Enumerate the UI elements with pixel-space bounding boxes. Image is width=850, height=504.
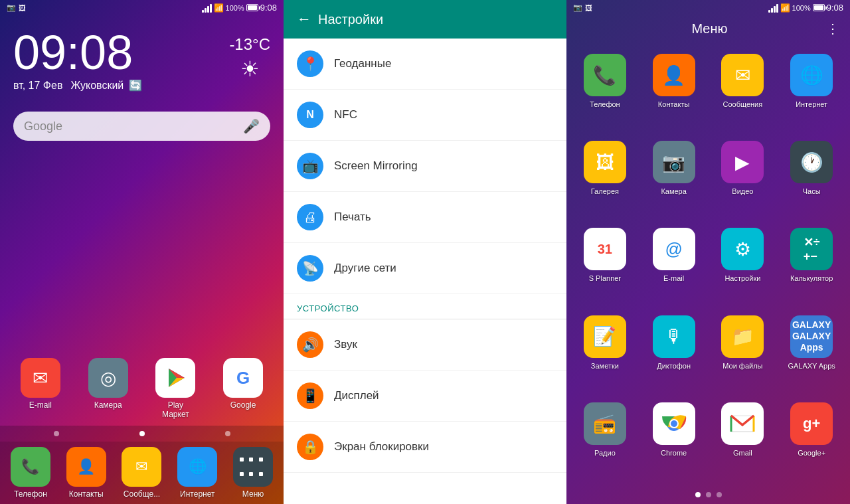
camera-icon-img: ◎ xyxy=(88,358,128,398)
grid-notes-icon: 📝 xyxy=(584,315,626,358)
grid-app-internet[interactable]: 🌐 Интернет xyxy=(778,47,845,131)
main-clock: 09:08 xyxy=(13,29,142,76)
dock-messages[interactable]: ✉ Сообще... xyxy=(122,447,161,499)
grid-gmail-icon xyxy=(721,402,764,445)
dock-phone-label: Телефон xyxy=(14,489,47,499)
grid-app-email[interactable]: @ E-mail xyxy=(641,221,707,305)
networks-icon: 📡 xyxy=(297,255,323,282)
grid-app-googleplus[interactable]: g+ Google+ xyxy=(778,396,845,480)
dock-internet-icon: 🌐 xyxy=(177,447,217,487)
notif-icon-p3: 📷 xyxy=(573,3,582,12)
grid-app-recorder[interactable]: 🎙 Диктофон xyxy=(641,309,707,393)
dock-menu-label: Меню xyxy=(242,489,264,499)
grid-email-icon: @ xyxy=(653,228,695,270)
grid-recorder-icon: 🎙 xyxy=(653,315,695,358)
dock-contacts[interactable]: 👤 Контакты xyxy=(66,447,106,499)
grid-app-myfiles[interactable]: 📁 Мои файлы xyxy=(710,309,776,393)
dock-contacts-icon: 👤 xyxy=(66,447,106,487)
dock-phone[interactable]: 📞 Телефон xyxy=(11,447,50,499)
app-play[interactable]: PlayМаркет xyxy=(155,358,195,419)
settings-item-nfc[interactable]: N NFC xyxy=(284,90,566,141)
dock-menu-icon xyxy=(233,447,273,487)
status-bar-panel3: 📷 🖼 📶 100% 9:08 xyxy=(566,0,850,15)
battery-pct: 100% xyxy=(226,4,244,12)
page-indicator xyxy=(566,485,850,504)
refresh-icon[interactable]: 🔄 xyxy=(129,79,142,92)
settings-item-mirroring[interactable]: 📺 Screen Mirroring xyxy=(284,141,566,192)
settings-item-lockscreen[interactable]: 🔒 Экран блокировки xyxy=(284,422,566,473)
section-device: УСТРОЙСТВО xyxy=(284,294,566,319)
app-camera-label: Камера xyxy=(94,400,122,410)
settings-item-print[interactable]: 🖨 Печать xyxy=(284,192,566,243)
nav-dots-bar xyxy=(0,426,284,442)
lockscreen-label: Экран блокировки xyxy=(334,440,429,454)
networks-label: Другие сети xyxy=(334,262,396,275)
grid-messages-label: Сообщения xyxy=(723,100,763,109)
dock-phone-icon: 📞 xyxy=(11,447,50,487)
grid-app-galaxyapps[interactable]: GALAXYGALAXYApps GALAXY Apps xyxy=(778,309,845,393)
grid-app-camera[interactable]: 📷 Камера xyxy=(641,134,707,218)
page-dot-2 xyxy=(706,492,711,497)
grid-internet-icon: 🌐 xyxy=(790,54,833,96)
nav-dot-3 xyxy=(225,431,230,436)
weather-icon: ☀ xyxy=(240,56,260,82)
grid-app-clock[interactable]: 🕐 Часы xyxy=(778,134,845,218)
settings-item-sound[interactable]: 🔊 Звук xyxy=(284,319,566,371)
settings-item-display[interactable]: 📱 Дисплей xyxy=(284,371,566,422)
grid-app-splanner[interactable]: 31 S Planner xyxy=(572,221,638,305)
wifi-icon-p3: 📶 xyxy=(780,3,790,13)
grid-app-phone[interactable]: 📞 Телефон xyxy=(572,47,638,131)
dock-internet[interactable]: 🌐 Интернет xyxy=(177,447,217,499)
settings-back-icon[interactable]: ← xyxy=(297,11,311,28)
grid-app-messages[interactable]: ✉ Сообщения xyxy=(710,47,776,131)
google-search-bar[interactable]: Google 🎤 xyxy=(13,112,270,141)
grid-galaxyapps-label: GALAXY Apps xyxy=(788,362,835,371)
app-google[interactable]: G Google xyxy=(223,358,263,419)
nfc-icon: N xyxy=(297,102,323,128)
grid-settings-icon: ⚙ xyxy=(721,228,764,270)
notification-icon: 📷 xyxy=(7,3,16,12)
grid-app-gallery[interactable]: 🖼 Галерея xyxy=(572,134,638,218)
svg-point-7 xyxy=(671,420,677,427)
grid-app-gmail[interactable]: Gmail xyxy=(710,396,776,480)
grid-calc-icon: ✕÷+− xyxy=(790,228,833,270)
grid-internet-label: Интернет xyxy=(796,100,827,109)
app-camera[interactable]: ◎ Камера xyxy=(88,358,128,419)
battery-icon-p3 xyxy=(813,4,825,11)
settings-item-geodata[interactable]: 📍 Геоданные xyxy=(284,39,566,90)
panel-appmenu: 📷 🖼 📶 100% 9:08 Меню ⋮ 📞 Тел xyxy=(566,0,850,504)
grid-video-icon: ▶ xyxy=(721,141,764,183)
app-email[interactable]: ✉ E-mail xyxy=(21,358,60,419)
status-bar-panel1: 📷 🖼 📶 100% 9:08 xyxy=(0,0,284,15)
dock-contacts-label: Контакты xyxy=(69,489,104,499)
settings-item-networks[interactable]: 📡 Другие сети xyxy=(284,243,566,294)
mic-icon[interactable]: 🎤 xyxy=(243,118,260,134)
grid-chrome-label: Chrome xyxy=(661,449,687,458)
mirroring-label: Screen Mirroring xyxy=(334,159,418,173)
dock-menu[interactable]: Меню xyxy=(233,447,273,499)
grid-app-settings[interactable]: ⚙ Настройки xyxy=(710,221,776,305)
grid-app-video[interactable]: ▶ Видео xyxy=(710,134,776,218)
grid-app-notes[interactable]: 📝 Заметки xyxy=(572,309,638,393)
app-row-main: ✉ E-mail ◎ Камера PlayМаркет G Google xyxy=(0,351,284,426)
grid-app-radio[interactable]: 📻 Радио xyxy=(572,396,638,480)
page-dot-3 xyxy=(717,492,722,497)
battery-icon xyxy=(246,4,258,11)
grid-app-calc[interactable]: ✕÷+− Калькулятор xyxy=(778,221,845,305)
search-label: Google xyxy=(24,120,62,133)
grid-galaxyapps-icon: GALAXYGALAXYApps xyxy=(790,315,833,358)
sound-icon: 🔊 xyxy=(297,331,323,358)
grid-googleplus-icon: g+ xyxy=(790,402,833,445)
grid-radio-icon: 📻 xyxy=(584,402,626,445)
status-right-icons: 📶 100% 9:08 xyxy=(202,3,277,13)
app-google-label: Google xyxy=(230,400,256,410)
clock-area: 09:08 вт, 17 Фев Жуковский 🔄 -13°C ☀ xyxy=(0,15,284,98)
grid-app-chrome[interactable]: Chrome xyxy=(641,396,707,480)
more-options-icon[interactable]: ⋮ xyxy=(826,21,839,37)
wifi-icon: 📶 xyxy=(214,3,224,13)
menu-topbar: Меню ⋮ xyxy=(566,15,850,42)
grid-app-contacts[interactable]: 👤 Контакты xyxy=(641,47,707,131)
google-icon-img: G xyxy=(223,358,263,398)
settings-title: Настройки xyxy=(318,12,383,27)
mirroring-icon: 📺 xyxy=(297,153,323,179)
